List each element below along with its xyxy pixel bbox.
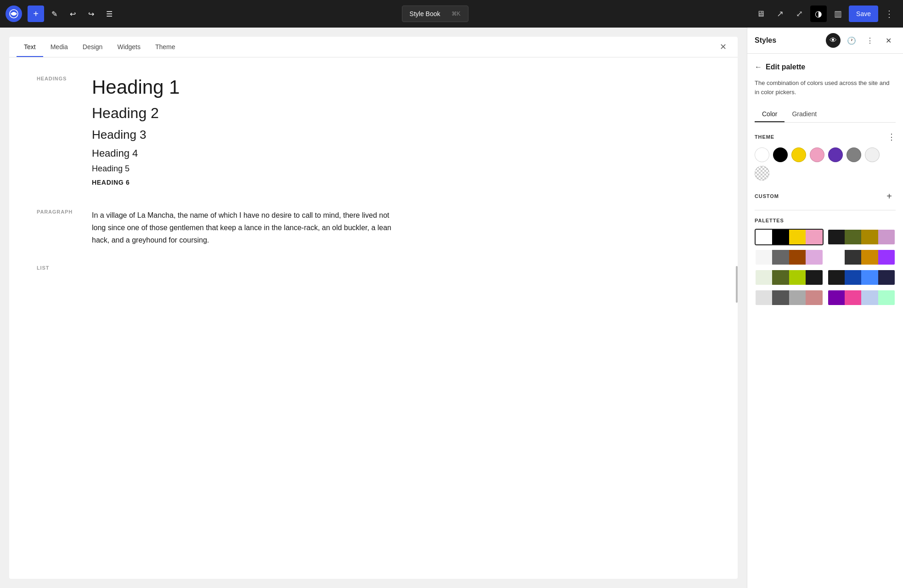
palette-item-8[interactable] xyxy=(827,289,896,306)
gradient-tab[interactable]: Gradient xyxy=(784,106,824,122)
palettes-section-header: PALETTES xyxy=(755,218,896,223)
palette-cell xyxy=(772,270,789,285)
palette-cell xyxy=(806,230,822,244)
close-content-button[interactable]: ✕ xyxy=(716,40,730,54)
heading-2: Heading 2 xyxy=(92,104,701,122)
palettes-section-title: PALETTES xyxy=(755,218,784,223)
color-tab[interactable]: Color xyxy=(755,106,784,122)
theme-color-pink[interactable] xyxy=(810,147,824,162)
panel-body: ← Edit palette The combination of colors… xyxy=(747,54,903,588)
palette-item-6[interactable] xyxy=(827,269,896,286)
list-section: LIST xyxy=(37,265,710,280)
clock-icon: 🕐 xyxy=(847,36,856,45)
tab-text[interactable]: Text xyxy=(17,37,43,57)
list-label: LIST xyxy=(37,265,92,271)
custom-section-title: CUSTOM xyxy=(755,193,779,199)
toolbar: + ✎ ↩ ↪ ☰ Style Book ⌘K 🖥 ↗ ⤢ ◑ ▥ Save xyxy=(0,0,903,28)
heading-6: HEADING 6 xyxy=(92,179,701,186)
theme-color-checkered[interactable] xyxy=(755,166,769,181)
headings-content: Heading 1 Heading 2 Heading 3 Heading 4 … xyxy=(92,76,701,191)
styles-close-button[interactable]: ✕ xyxy=(881,33,896,48)
palette-item-1[interactable] xyxy=(755,229,824,245)
palette-cell xyxy=(772,250,789,265)
theme-color-black[interactable] xyxy=(773,147,788,162)
palette-item-7[interactable] xyxy=(755,289,824,306)
keyboard-shortcut: ⌘K xyxy=(452,11,461,17)
palette-cell xyxy=(845,270,861,285)
list-content xyxy=(92,265,701,280)
edit-button[interactable]: ✎ xyxy=(46,6,62,22)
wp-logo-icon[interactable] xyxy=(6,6,22,22)
palette-cell xyxy=(828,230,845,244)
custom-section-header: CUSTOM + xyxy=(755,190,896,203)
styles-more-button[interactable]: ⋮ xyxy=(863,33,877,48)
redo-icon: ↪ xyxy=(88,10,94,18)
palette-cell xyxy=(861,250,878,265)
theme-color-gray[interactable] xyxy=(847,147,861,162)
right-panel: Styles 👁 🕐 ⋮ ✕ ← Edit palette The combin… xyxy=(747,28,903,588)
palette-item-5[interactable] xyxy=(755,269,824,286)
palette-item-3[interactable] xyxy=(755,249,824,266)
theme-color-white[interactable] xyxy=(755,147,769,162)
panel-title: Styles xyxy=(755,36,822,45)
theme-color-light-gray[interactable] xyxy=(865,147,880,162)
monitor-icon: 🖥 xyxy=(756,9,765,19)
tab-widgets[interactable]: Widgets xyxy=(110,37,148,57)
list-view-button[interactable]: ☰ xyxy=(101,6,118,22)
paragraph-label: PARAGRAPH xyxy=(37,209,92,237)
tab-media[interactable]: Media xyxy=(43,37,75,57)
palette-item-2[interactable] xyxy=(827,229,896,245)
add-custom-color-button[interactable]: + xyxy=(883,190,896,203)
theme-color-yellow[interactable] xyxy=(791,147,806,162)
styles-toggle-button[interactable]: ◑ xyxy=(810,6,827,22)
color-gradient-tabs: Color Gradient xyxy=(755,106,896,123)
paragraph-content: In a village of La Mancha, the name of w… xyxy=(92,209,701,247)
paragraph-section: PARAGRAPH In a village of La Mancha, the… xyxy=(37,209,710,247)
tabs-bar: Text Media Design Widgets Theme ✕ xyxy=(9,37,738,57)
undo-button[interactable]: ↩ xyxy=(64,6,81,22)
main-area: Text Media Design Widgets Theme ✕ HEADIN… xyxy=(0,28,903,588)
dots-icon: ⋮ xyxy=(887,132,896,142)
styles-eye-button[interactable]: 👁 xyxy=(826,33,841,48)
scroll-indicator xyxy=(736,266,738,303)
palette-cell xyxy=(756,270,772,285)
styles-history-button[interactable]: 🕐 xyxy=(844,33,859,48)
more-options-button[interactable]: ⋮ xyxy=(881,6,897,22)
vertical-ellipsis-icon: ⋮ xyxy=(866,36,874,45)
theme-color-purple[interactable] xyxy=(828,147,843,162)
toolbar-right: 🖥 ↗ ⤢ ◑ ▥ Save ⋮ xyxy=(752,6,897,22)
plus-icon: + xyxy=(886,191,892,202)
theme-color-swatches xyxy=(755,147,896,181)
paragraph-row: PARAGRAPH In a village of La Mancha, the… xyxy=(37,209,710,247)
palette-cell xyxy=(756,290,772,305)
desktop-view-button[interactable]: 🖥 xyxy=(752,6,769,22)
divider xyxy=(755,210,896,210)
external-link-button[interactable]: ↗ xyxy=(772,6,788,22)
palette-cell xyxy=(828,290,845,305)
back-title: Edit palette xyxy=(766,63,805,71)
palette-cell xyxy=(861,230,878,244)
redo-button[interactable]: ↪ xyxy=(83,6,99,22)
add-block-button[interactable]: + xyxy=(28,6,44,22)
palette-cell xyxy=(806,290,822,305)
style-book-input[interactable]: Style Book ⌘K xyxy=(402,6,468,22)
palette-cell xyxy=(828,250,845,265)
theme-section-title: THEME xyxy=(755,134,774,140)
palette-cell xyxy=(756,230,772,244)
save-button[interactable]: Save xyxy=(849,6,878,22)
sidebar-icon: ▥ xyxy=(834,9,842,19)
palette-cell xyxy=(828,270,845,285)
resize-button[interactable]: ⤢ xyxy=(791,6,807,22)
list-icon: ☰ xyxy=(106,10,113,18)
tab-theme[interactable]: Theme xyxy=(148,37,183,57)
palette-cell xyxy=(789,270,806,285)
plus-icon: + xyxy=(33,9,39,19)
theme-more-button[interactable]: ⋮ xyxy=(887,132,896,142)
tab-design[interactable]: Design xyxy=(75,37,110,57)
palette-cell xyxy=(789,230,806,244)
style-book-label: Style Book xyxy=(410,10,440,17)
back-row[interactable]: ← Edit palette xyxy=(755,63,896,71)
sidebar-toggle-button[interactable]: ▥ xyxy=(830,6,846,22)
palette-cell xyxy=(861,270,878,285)
palette-item-4[interactable] xyxy=(827,249,896,266)
